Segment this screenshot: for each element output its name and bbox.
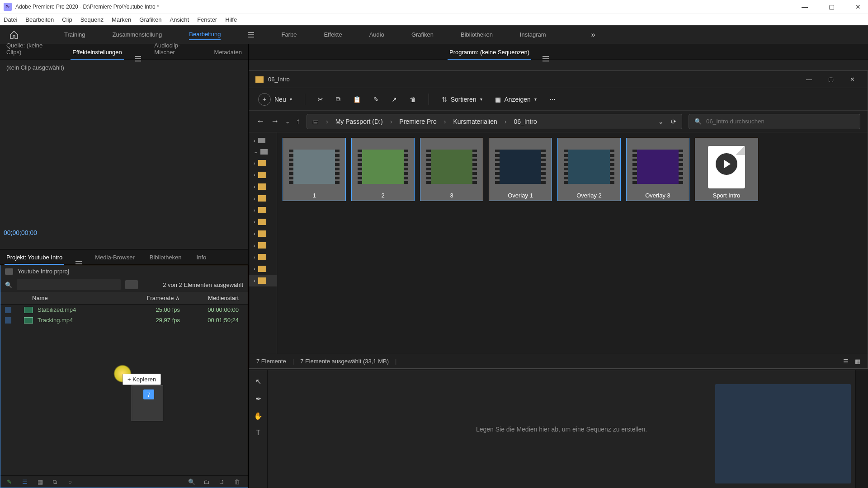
home-icon[interactable]: [9, 30, 19, 39]
selection-tool-icon[interactable]: ↖: [253, 376, 263, 386]
explorer-search-input[interactable]: [706, 118, 854, 125]
close-button[interactable]: ✕: [852, 3, 864, 10]
minimize-button[interactable]: —: [798, 3, 811, 10]
paste-icon[interactable]: 📋: [353, 96, 361, 103]
explorer-tree[interactable]: › ⌄ › › › › › › › › › › ›: [249, 132, 277, 354]
workspace-audio[interactable]: Audio: [369, 29, 384, 40]
file-item[interactable]: Overlay 3: [626, 138, 689, 201]
tab-media-browser[interactable]: Media-Browser: [93, 250, 136, 264]
tab-info[interactable]: Info: [195, 250, 208, 264]
share-icon[interactable]: ↗: [392, 96, 397, 103]
bin-icon[interactable]: [125, 280, 138, 289]
breadcrumb[interactable]: 🖴› My Passport (D:)› Premiere Pro› Kursm…: [307, 114, 682, 129]
delete-icon[interactable]: 🗑: [234, 479, 241, 485]
menu-grafiken[interactable]: Grafiken: [139, 16, 161, 23]
file-explorer-window[interactable]: 06_Intro — ▢ ✕ ＋Neu▾ ✂ ⧉ 📋 ✎ ↗ 🗑 ⇅ Sorti…: [249, 70, 868, 369]
col-mediastart[interactable]: Medienstart: [180, 295, 243, 301]
new-bin-icon[interactable]: 🗀: [203, 479, 211, 485]
tab-audioclip-mixer[interactable]: Audioclip-Mischer: [152, 38, 201, 59]
find-icon[interactable]: 🔍: [188, 479, 195, 485]
search-icon[interactable]: 🔍: [5, 282, 12, 288]
explorer-file-grid[interactable]: 123Overlay 1Overlay 2Overlay 3Sport Intr…: [277, 132, 868, 354]
tab-program[interactable]: Programm: (keine Sequenzen): [448, 45, 531, 59]
folder-icon[interactable]: [258, 242, 266, 249]
folder-icon[interactable]: [258, 266, 266, 272]
list-view-icon[interactable]: ☰: [22, 479, 29, 485]
workspace-bibliotheken[interactable]: Bibliotheken: [461, 29, 493, 40]
explorer-minimize[interactable]: —: [806, 76, 812, 83]
up-icon[interactable]: ↑: [296, 117, 300, 126]
breadcrumb-item[interactable]: Kursmaterialien: [453, 118, 497, 125]
back-icon[interactable]: ←: [256, 117, 264, 126]
program-menu-icon[interactable]: [542, 58, 549, 59]
menu-datei[interactable]: Datei: [4, 16, 17, 23]
tab-libraries[interactable]: Bibliotheken: [148, 250, 184, 264]
file-item[interactable]: Overlay 1: [489, 138, 552, 201]
workspace-instagram[interactable]: Instagram: [520, 29, 546, 40]
folder-icon[interactable]: [258, 277, 266, 284]
project-search-input[interactable]: [17, 279, 121, 290]
folder-icon[interactable]: [258, 160, 266, 166]
project-clip-row[interactable]: Stabilized.mp4 25,00 fps 00:00:00:00: [0, 305, 248, 315]
tab-effect-settings[interactable]: Effekteinstellungen: [71, 45, 124, 59]
breadcrumb-item[interactable]: My Passport (D:): [335, 118, 383, 125]
zoom-icon[interactable]: ○: [68, 479, 75, 485]
col-name[interactable]: Name: [32, 295, 126, 301]
col-framerate[interactable]: Framerate ∧: [126, 295, 180, 301]
folder-icon[interactable]: [258, 183, 266, 190]
menu-ansicht[interactable]: Ansicht: [170, 16, 189, 23]
pen-tool-icon[interactable]: ✒: [253, 394, 263, 404]
view-button[interactable]: ▦ Anzeigen ▾: [495, 96, 537, 103]
tab-project[interactable]: Projekt: Youtube Intro: [5, 250, 64, 264]
tab-metadata[interactable]: Metadaten: [212, 45, 244, 59]
file-item[interactable]: Sport Intro: [695, 138, 758, 201]
menu-marken[interactable]: Marken: [112, 16, 131, 23]
project-panel[interactable]: Youtube Intro.prproj 🔍 2 von 2 Elementen…: [0, 265, 248, 488]
menu-sequenz[interactable]: Sequenz: [80, 16, 104, 23]
menu-fenster[interactable]: Fenster: [197, 16, 217, 23]
more-icon[interactable]: ⋯: [549, 96, 556, 103]
menu-bearbeiten[interactable]: Bearbeiten: [25, 16, 54, 23]
workspace-grafiken[interactable]: Grafiken: [411, 29, 434, 40]
explorer-maximize[interactable]: ▢: [828, 76, 834, 83]
forward-icon[interactable]: →: [271, 117, 279, 126]
folder-icon[interactable]: [258, 254, 266, 260]
rename-icon[interactable]: ✎: [373, 96, 379, 103]
new-button[interactable]: ＋Neu▾: [258, 93, 292, 106]
details-view-icon[interactable]: ☰: [843, 358, 849, 365]
workspace-menu-icon[interactable]: [248, 34, 254, 35]
trash-icon[interactable]: 🗑: [410, 96, 416, 103]
breadcrumb-dropdown-icon[interactable]: ⌄: [658, 118, 664, 125]
refresh-icon[interactable]: ⟳: [671, 118, 676, 125]
workspace-effekte[interactable]: Effekte: [324, 29, 342, 40]
history-icon[interactable]: ⌄: [285, 118, 290, 125]
project-menu-icon[interactable]: [75, 263, 82, 264]
folder-icon[interactable]: [258, 195, 266, 202]
file-item[interactable]: 1: [283, 138, 346, 201]
menu-hilfe[interactable]: Hilfe: [225, 16, 237, 23]
freeform-icon[interactable]: ⧉: [53, 479, 60, 485]
folder-icon[interactable]: [258, 207, 266, 213]
file-item[interactable]: Overlay 2: [557, 138, 621, 201]
pen-icon[interactable]: ✎: [7, 479, 14, 485]
folder-icon[interactable]: [258, 172, 266, 178]
explorer-search[interactable]: 🔍: [689, 114, 860, 129]
breadcrumb-item[interactable]: Premiere Pro: [399, 118, 436, 125]
file-item[interactable]: 2: [351, 138, 415, 201]
workspace-training[interactable]: Training: [64, 29, 85, 40]
menu-clip[interactable]: Clip: [62, 16, 72, 23]
panel-menu-icon[interactable]: [135, 58, 142, 59]
icon-view-icon[interactable]: ▦: [38, 479, 45, 485]
workspace-farbe[interactable]: Farbe: [281, 29, 297, 40]
timecode[interactable]: 00;00;00;00: [0, 225, 248, 241]
overflow-icon[interactable]: »: [591, 31, 595, 39]
copy-icon[interactable]: ⧉: [336, 95, 340, 103]
file-item[interactable]: 3: [420, 138, 483, 201]
project-clip-row[interactable]: Tracking.mp4 29,97 fps 00;01;50;24: [0, 315, 248, 325]
explorer-close[interactable]: ✕: [850, 76, 855, 83]
type-tool-icon[interactable]: T: [253, 428, 263, 438]
sort-button[interactable]: ⇅ Sortieren ▾: [442, 96, 482, 103]
breadcrumb-item[interactable]: 06_Intro: [514, 118, 537, 125]
hand-tool-icon[interactable]: ✋: [253, 411, 263, 421]
new-item-icon[interactable]: 🗋: [219, 479, 226, 485]
